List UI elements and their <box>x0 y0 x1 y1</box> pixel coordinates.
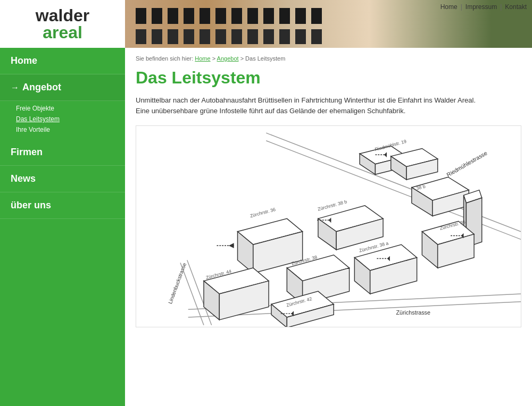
sidebar-item-ueber-uns[interactable]: über uns <box>0 192 125 219</box>
nav-impressum[interactable]: Impressum <box>466 3 497 11</box>
sidebar-item-news[interactable]: News <box>0 166 125 192</box>
page-title: Das Leitsystem <box>136 68 521 88</box>
header-image: Home | Impressum | Kontakt <box>125 0 532 48</box>
arrow-right-icon: → <box>11 83 19 92</box>
sidebar-item-home[interactable]: Home <box>0 48 125 74</box>
intro-text: Unmittelbar nach der Autobahnausfahrt Br… <box>136 95 481 116</box>
logo-line1: walder <box>36 7 89 24</box>
sidebar-item-firmen[interactable]: Firmen <box>0 139 125 166</box>
svg-text:Zürichstrasse: Zürichstrasse <box>396 309 430 316</box>
header: walder areal <box>0 0 532 48</box>
site-map-diagram: Riedmühlestrasse Zürichstrasse Lindenbuc… <box>136 125 521 327</box>
breadcrumb-current: Das Leitsystem <box>245 55 285 62</box>
sidebar-angebot-label: Angebot <box>22 82 61 93</box>
breadcrumb-home[interactable]: Home <box>195 55 210 62</box>
breadcrumb-prefix: Sie befinden sich hier: <box>136 55 195 62</box>
logo-area: walder areal <box>0 0 125 48</box>
nav-home[interactable]: Home <box>440 3 458 11</box>
sidebar-item-angebot[interactable]: → Angebot <box>0 74 125 101</box>
breadcrumb-angebot[interactable]: Angebot <box>217 55 239 62</box>
logo-line2: areal <box>36 24 89 41</box>
header-nav: Home | Impressum | Kontakt <box>440 3 527 11</box>
breadcrumb: Sie befinden sich hier: Home > Angebot >… <box>136 55 521 62</box>
sub-nav-angebot: Freie Objekte Das Leitsystem Ihre Vortei… <box>0 101 125 139</box>
sub-nav-freie-objekte[interactable]: Freie Objekte <box>11 103 125 114</box>
sub-nav-vorteile[interactable]: Ihre Vorteile <box>11 124 125 135</box>
sidebar: Home → Angebot Freie Objekte Das Leitsys… <box>0 48 125 406</box>
sub-nav-leitsystem[interactable]: Das Leitsystem <box>11 114 125 124</box>
content-area: Sie befinden sich hier: Home > Angebot >… <box>125 48 532 406</box>
nav-kontakt[interactable]: Kontakt <box>505 3 527 11</box>
logo: walder areal <box>36 7 89 41</box>
map-svg: Riedmühlestrasse Zürichstrasse Lindenbuc… <box>136 126 521 327</box>
main-layout: Home → Angebot Freie Objekte Das Leitsys… <box>0 48 532 406</box>
